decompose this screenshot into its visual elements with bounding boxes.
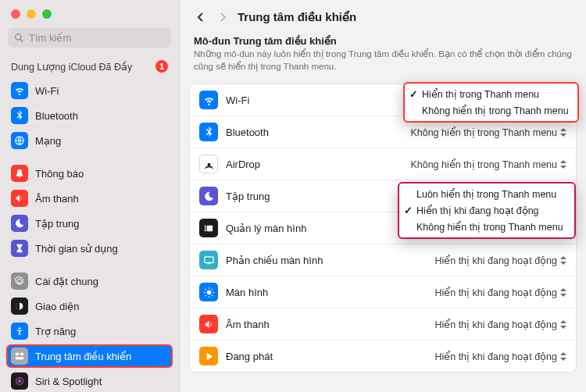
svg-rect-9 (206, 225, 213, 231)
sidebar-item-label: Bluetooth (35, 110, 78, 122)
forward-button[interactable] (216, 10, 230, 24)
hourglass-icon (11, 240, 28, 257)
row-label: Phản chiếu màn hình (226, 255, 427, 266)
bluetooth-icon (199, 123, 218, 141)
section-label: Dung Lượng iCloud Đã Đầy (11, 61, 132, 73)
row-wifi: Wi-Fi Hiển thị trong Thanh menu Hiển thị… (190, 84, 576, 116)
sidebar-item-bluetooth[interactable]: Bluetooth (6, 104, 173, 127)
sidebar-item-label: Giao diện (35, 301, 79, 312)
dropdown-menu-wifi: Hiển thị trong Thanh menu Không hiển thị… (403, 82, 579, 123)
svg-point-8 (207, 162, 210, 166)
modules-panel: Wi-Fi Hiển thị trong Thanh menu Hiển thị… (189, 84, 577, 372)
row-selector[interactable]: Hiển thị khi đang hoạt động (434, 255, 566, 266)
row-selector[interactable]: Hiển thị khi đang hoạt động (434, 319, 566, 330)
row-label: AirDrop (226, 159, 402, 170)
menu-option[interactable]: Không hiển thị trong Thanh menu (405, 102, 577, 119)
sidebar-item-wifi[interactable]: Wi-Fi (6, 79, 173, 102)
row-selector[interactable]: Hiển thị khi đang hoạt động (434, 351, 566, 362)
svg-point-14 (206, 290, 211, 294)
sidebar-item-label: Trợ năng (35, 326, 76, 337)
stepper-icon (560, 352, 566, 361)
svg-rect-4 (20, 353, 23, 356)
moon-icon (11, 215, 28, 232)
sidebar-item-label: Trung tâm điều khiển (35, 351, 131, 362)
sidebar-item-label: Cài đặt chung (35, 276, 98, 287)
sidebar-item-label: Mạng (35, 135, 61, 147)
main-content: Trung tâm điều khiển Mô-đun Trung tâm đi… (180, 0, 586, 392)
speaker-icon (11, 190, 28, 207)
sidebar-item-notifications[interactable]: Thông báo (6, 162, 173, 185)
section-heading: Mô-đun Trung tâm điều khiển (194, 35, 572, 47)
sidebar-item-control-center[interactable]: Trung tâm điều khiển (6, 344, 173, 368)
search-input[interactable]: Tìm kiếm (8, 28, 171, 48)
row-now-playing: Đang phát Hiển thị khi đang hoạt động (190, 340, 576, 372)
play-icon (199, 347, 218, 365)
svg-rect-5 (16, 357, 24, 360)
row-focus: Tập trung Không hiển thị trong Thanh men… (190, 180, 576, 212)
svg-rect-11 (204, 227, 205, 229)
bell-icon (11, 165, 28, 182)
sidebar-item-focus[interactable]: Tập trung (6, 212, 173, 235)
sidebar-item-label: Âm thanh (35, 193, 79, 205)
menu-option[interactable]: Hiển thị khi đang hoạt động (399, 202, 574, 219)
mirror-icon (199, 251, 218, 269)
stepper-icon (560, 160, 566, 169)
page-title: Trung tâm điều khiển (238, 10, 572, 24)
control-center-icon (11, 347, 28, 365)
menu-option[interactable]: Hiển thị trong Thanh menu (405, 86, 577, 102)
sidebar-item-accessibility[interactable]: Trợ năng (6, 319, 173, 343)
wifi-icon (11, 82, 28, 99)
dropdown-menu-focus: Luôn hiển thị trong Thanh menu Hiển thị … (398, 182, 576, 239)
sidebar-item-label: Thời gian sử dụng (35, 243, 118, 255)
stepper-icon (560, 128, 566, 137)
appearance-icon (11, 298, 28, 315)
svg-rect-12 (204, 230, 205, 231)
stage-manager-icon (199, 219, 218, 237)
sidebar-item-appearance[interactable]: Giao diện (6, 294, 173, 318)
window-controls (0, 0, 179, 25)
sidebar-item-siri[interactable]: Siri & Spotlight (6, 369, 173, 392)
svg-rect-10 (204, 225, 205, 226)
siri-icon (11, 372, 28, 390)
stepper-icon (560, 320, 566, 329)
row-label: Đang phát (226, 351, 427, 362)
notification-badge: 1 (155, 60, 168, 73)
bluetooth-icon (11, 107, 28, 124)
row-selector[interactable]: Không hiển thị trong Thanh menu (410, 159, 566, 170)
page-description: Mô-đun Trung tâm điều khiển Những mô-đun… (180, 32, 586, 80)
sidebar-item-sound[interactable]: Âm thanh (6, 187, 173, 210)
sidebar-item-label: Wi-Fi (35, 85, 59, 97)
stepper-icon (560, 256, 566, 265)
maximize-icon[interactable] (42, 9, 52, 19)
row-label: Bluetooth (226, 127, 402, 138)
speaker-icon (199, 315, 218, 333)
wifi-icon (199, 91, 218, 109)
minimize-icon[interactable] (27, 9, 36, 19)
brightness-icon (199, 283, 218, 301)
row-label: Tập trung (226, 191, 402, 202)
back-button[interactable] (194, 10, 208, 24)
sidebar: Tìm kiếm Dung Lượng iCloud Đã Đầy 1 Wi-F… (0, 0, 180, 392)
row-label: Quản lý màn hình (226, 223, 427, 234)
search-placeholder: Tìm kiếm (29, 32, 71, 44)
search-icon (14, 33, 24, 43)
sidebar-item-label: Tập trung (35, 218, 79, 230)
sidebar-item-network[interactable]: Mạng (6, 129, 173, 152)
sidebar-item-label: Thông báo (35, 168, 84, 180)
svg-point-2 (19, 327, 21, 330)
sidebar-item-general[interactable]: Cài đặt chung (6, 269, 173, 293)
sidebar-items: Wi-Fi Bluetooth Mạng Thông báo Âm thanh … (0, 79, 179, 392)
row-label: Wi-Fi (226, 94, 432, 106)
menu-option[interactable]: Không hiển thị trong Thanh menu (399, 219, 574, 235)
airdrop-icon (199, 155, 218, 173)
moon-icon (199, 187, 218, 205)
row-display: Màn hình Hiển thị khi đang hoạt động (190, 276, 576, 308)
row-label: Màn hình (226, 287, 427, 298)
menu-option[interactable]: Luôn hiển thị trong Thanh menu (399, 186, 574, 202)
row-selector[interactable]: Hiển thị khi đang hoạt động (434, 287, 566, 298)
sidebar-item-screentime[interactable]: Thời gian sử dụng (6, 237, 173, 260)
row-selector[interactable]: Không hiển thị trong Thanh menu (410, 127, 566, 138)
svg-rect-13 (204, 256, 213, 262)
sidebar-section[interactable]: Dung Lượng iCloud Đã Đầy 1 (0, 55, 179, 79)
close-icon[interactable] (11, 9, 20, 19)
